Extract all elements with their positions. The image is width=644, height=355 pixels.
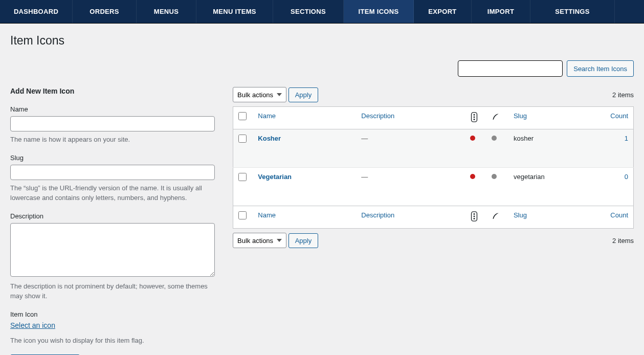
top-nav: DASHBOARD ORDERS MENUS MENU ITEMS SECTIO… xyxy=(0,0,644,24)
row-count-link[interactable]: 0 xyxy=(625,173,628,181)
search-input[interactable] xyxy=(458,60,563,77)
items-count-top: 2 items xyxy=(612,91,634,99)
row-name-link[interactable]: Vegetarian xyxy=(258,173,292,181)
apply-button-bottom[interactable]: Apply xyxy=(288,233,319,248)
item-icon-label: Item Icon xyxy=(10,310,215,318)
stoplight-icon xyxy=(465,107,487,129)
search-row: Search Item Icons xyxy=(10,60,634,77)
row-checkbox[interactable] xyxy=(238,173,247,181)
item-icons-table: Name Description Slug Count xyxy=(233,106,634,229)
slug-label: Slug xyxy=(10,154,215,162)
row-name-link[interactable]: Kosher xyxy=(258,135,281,142)
col-name-footer[interactable]: Name xyxy=(258,211,276,219)
slug-desc: The “slug” is the URL-friendly version o… xyxy=(10,183,215,203)
nav-menu-items[interactable]: MENU ITEMS xyxy=(196,0,273,23)
col-count-header[interactable]: Count xyxy=(610,112,628,120)
nav-export[interactable]: EXPORT xyxy=(414,0,472,23)
stoplight-icon xyxy=(465,206,487,229)
item-icon-desc: The icon you wish to display for this it… xyxy=(10,336,215,346)
select-all-top[interactable] xyxy=(238,112,247,120)
feather-icon xyxy=(486,107,508,129)
row-slug: kosher xyxy=(514,135,534,142)
svg-point-3 xyxy=(473,119,475,120)
status-dot-red xyxy=(470,174,475,179)
nav-sections[interactable]: SECTIONS xyxy=(273,0,344,23)
row-count-link[interactable]: 1 xyxy=(625,135,628,142)
page-title: Item Icons xyxy=(10,34,634,48)
select-all-bottom[interactable] xyxy=(238,211,247,219)
search-button[interactable]: Search Item Icons xyxy=(567,60,634,77)
col-slug-header[interactable]: Slug xyxy=(514,112,527,120)
nav-settings[interactable]: SETTINGS xyxy=(530,0,615,23)
description-input[interactable] xyxy=(10,223,215,277)
col-slug-footer[interactable]: Slug xyxy=(514,211,527,219)
svg-point-1 xyxy=(473,114,475,116)
col-count-footer[interactable]: Count xyxy=(610,211,628,219)
row-slug: vegetarian xyxy=(514,173,545,181)
nav-item-icons[interactable]: ITEM ICONS xyxy=(344,0,414,23)
status-dot-grey xyxy=(492,174,497,179)
feather-icon xyxy=(486,206,508,229)
name-label: Name xyxy=(10,105,215,113)
nav-menus[interactable]: MENUS xyxy=(137,0,196,23)
name-desc: The name is how it appears on your site. xyxy=(10,135,215,145)
slug-input[interactable] xyxy=(10,165,215,180)
select-icon-link[interactable]: Select an icon xyxy=(10,321,55,329)
bulk-actions-select-bottom[interactable]: Bulk actions xyxy=(233,233,286,248)
col-description-footer[interactable]: Description xyxy=(361,211,394,219)
svg-point-7 xyxy=(473,218,475,219)
add-form: Add New Item Icon Name The name is how i… xyxy=(10,87,215,355)
status-dot-red xyxy=(470,136,475,141)
description-label: Description xyxy=(10,212,215,220)
svg-point-2 xyxy=(473,117,475,118)
nav-import[interactable]: IMPORT xyxy=(472,0,530,23)
row-description: — xyxy=(361,135,368,142)
nav-orders[interactable]: ORDERS xyxy=(73,0,137,23)
svg-point-5 xyxy=(473,213,475,215)
col-description-header[interactable]: Description xyxy=(361,112,394,120)
col-name-header[interactable]: Name xyxy=(258,112,276,120)
table-row: Vegetarian — vegetarian 0 xyxy=(233,168,634,206)
table-row: Kosher — kosher 1 xyxy=(233,129,634,168)
svg-point-6 xyxy=(473,216,475,217)
row-checkbox[interactable] xyxy=(238,135,247,143)
items-count-bottom: 2 items xyxy=(612,237,634,245)
status-dot-grey xyxy=(492,136,497,141)
list-panel: Bulk actions Apply 2 items Name Descript… xyxy=(233,87,634,355)
form-heading: Add New Item Icon xyxy=(10,87,215,95)
row-description: — xyxy=(361,173,368,181)
apply-button-top[interactable]: Apply xyxy=(288,87,319,102)
nav-dashboard[interactable]: DASHBOARD xyxy=(0,0,73,23)
description-desc: The description is not prominent by defa… xyxy=(10,281,215,301)
bulk-actions-select-top[interactable]: Bulk actions xyxy=(233,87,286,102)
name-input[interactable] xyxy=(10,116,215,131)
